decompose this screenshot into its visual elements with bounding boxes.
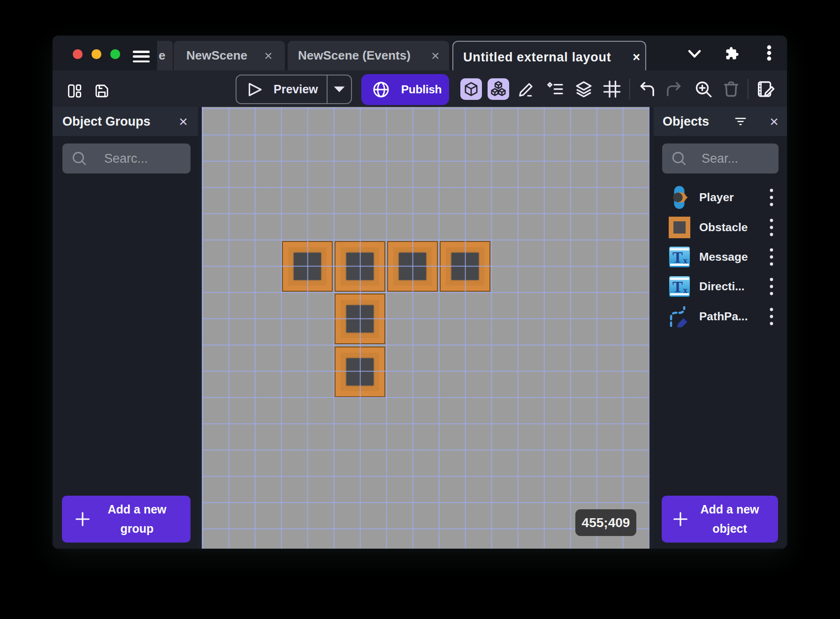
svg-text:T: T (672, 249, 683, 266)
svg-text:x: x (683, 285, 688, 295)
svg-text:x: x (683, 256, 688, 265)
svg-text:T: T (672, 279, 683, 295)
